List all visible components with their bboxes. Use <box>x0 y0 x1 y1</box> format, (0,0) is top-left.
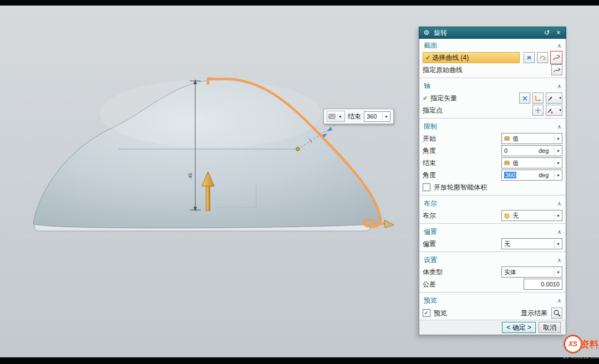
specify-vector-row: ✔ 指定矢量 <box>419 92 566 104</box>
preview-header-label: 预览 <box>424 296 437 305</box>
dropdown-arrow-icon: ▾ <box>559 96 561 100</box>
section-header-preview[interactable]: 预览 ∧ <box>419 294 566 306</box>
tolerance-value: 0.0010 <box>541 281 560 288</box>
end-angle-row: 角度 360 deg ▾ <box>419 169 566 181</box>
curve-select-button[interactable] <box>537 52 548 63</box>
offset-dropdown[interactable]: 无 ▾ <box>501 238 562 249</box>
watermark-url: ZL.XS1616.COM <box>564 355 599 359</box>
section-header-offset[interactable]: 偏置 ∧ <box>419 225 566 238</box>
deselect-curve-button[interactable] <box>524 52 535 63</box>
limit-option-icon <box>328 113 336 120</box>
chevron-up-icon: ∧ <box>557 229 561 235</box>
chevron-up-icon: ∧ <box>557 201 561 207</box>
dropdown-arrow-icon: ▾ <box>554 147 562 155</box>
vector-dialog-button[interactable] <box>532 93 544 104</box>
end-row: 结束 值 ▾ <box>419 157 566 169</box>
deselect-vector-button[interactable] <box>519 93 530 104</box>
section-header-label: 截面 <box>424 41 437 50</box>
boolean-value: 无 <box>510 212 554 220</box>
dropdown-arrow-icon: ▾ <box>554 159 562 167</box>
check-icon: ✔ <box>423 95 428 102</box>
start-type-value: 值 <box>510 135 554 143</box>
section-header-section[interactable]: 截面 ∧ <box>419 39 566 52</box>
end-type-dropdown[interactable]: 值 ▾ <box>501 157 562 168</box>
ok-button[interactable]: < 确定 > <box>502 322 536 333</box>
show-result-button[interactable] <box>551 307 562 319</box>
chevron-up-icon: ∧ <box>557 83 561 89</box>
body-type-label: 体类型 <box>423 268 443 277</box>
boolean-row: 布尔 无 ▾ <box>419 209 566 222</box>
dialog-body: 截面 ∧ ✔ 选择曲线 (4) <box>419 39 566 335</box>
chevron-up-icon: ∧ <box>557 124 561 130</box>
tolerance-label: 公差 <box>423 280 436 289</box>
limits-header-label: 限制 <box>424 122 437 131</box>
section-header-axis[interactable]: 轴 ∧ <box>419 80 566 92</box>
vector-axes-icon <box>535 95 541 101</box>
chevron-up-icon: ∧ <box>557 43 561 49</box>
dialog-footer: < 确定 > 取消 <box>419 320 566 335</box>
point-constructor-button[interactable]: ▾ <box>546 105 562 116</box>
watermark-row: XS 资料网 <box>564 335 599 353</box>
end-angle-unit: deg <box>539 172 554 178</box>
revolve-dialog: ⚙ 旋转 ↺ × 截面 ∧ ✔ 选择曲线 (4) <box>419 27 566 335</box>
section-header-settings[interactable]: 设置 ∧ <box>419 254 566 266</box>
separator <box>419 223 566 224</box>
select-curve-row: ✔ 选择曲线 (4) <box>419 52 566 64</box>
dome-highlight <box>100 79 322 148</box>
axis-origin-handle[interactable] <box>296 147 300 151</box>
start-angle-row: 角度 0 deg ▾ <box>419 145 566 157</box>
dialog-titlebar[interactable]: ⚙ 旋转 ↺ × <box>419 27 566 39</box>
preview-label: 预览 <box>434 309 447 318</box>
magnifier-icon <box>553 309 561 317</box>
specify-vector-label: 指定矢量 <box>430 94 457 103</box>
separator <box>419 292 566 293</box>
select-curve-label: 选择曲线 (4) <box>432 53 469 63</box>
open-profile-row: 开放轮廓智能体积 <box>419 181 566 193</box>
open-profile-checkbox[interactable] <box>423 183 430 191</box>
end-angle-dropdown[interactable]: 360 ▾ <box>364 111 390 122</box>
section-header-boolean[interactable]: 布尔 ∧ <box>419 197 566 209</box>
section-header-limits[interactable]: 限制 ∧ <box>419 120 566 132</box>
vector-constructor-button[interactable]: ▾ <box>546 93 562 104</box>
cancel-button[interactable]: 取消 <box>539 322 561 333</box>
origin-curve-label: 指定原始曲线 <box>423 65 463 75</box>
curve-rule-button[interactable] <box>550 51 562 64</box>
tolerance-row: 公差 0.0010 <box>419 278 566 290</box>
origin-curve-button[interactable] <box>551 64 562 75</box>
body-type-dropdown[interactable]: 实体 ▾ <box>501 266 562 278</box>
measure-icon <box>504 135 510 142</box>
close-button[interactable]: × <box>554 29 563 37</box>
preview-checkbox[interactable]: ✓ <box>423 309 430 317</box>
settings-header-label: 设置 <box>424 255 437 265</box>
start-angle-field[interactable]: 0 deg ▾ <box>501 145 562 156</box>
start-type-dropdown[interactable]: 值 ▾ <box>501 133 562 144</box>
reset-button[interactable]: ↺ <box>542 29 551 37</box>
point-dialog-button[interactable] <box>532 105 544 116</box>
separator <box>419 195 566 196</box>
offset-value: 无 <box>502 240 554 248</box>
preview-row: ✓ 预览 显示结果 <box>419 306 566 320</box>
offset-header-label: 偏置 <box>424 227 437 237</box>
end-label: 结束 <box>423 158 436 168</box>
tolerance-input[interactable]: 0.0010 <box>524 279 562 290</box>
select-curve-field[interactable]: ✔ 选择曲线 (4) <box>423 52 520 63</box>
boolean-none-icon <box>504 212 510 219</box>
specify-point-row: 指定点 ▾ <box>419 104 566 116</box>
separator <box>419 78 566 78</box>
direction-arrow-shaft[interactable] <box>206 185 210 211</box>
show-result-label: 显示结果 <box>521 309 547 318</box>
boolean-dropdown[interactable]: 无 ▾ <box>501 210 562 221</box>
letterbox-bottom <box>0 357 599 364</box>
letterbox-top <box>0 0 599 6</box>
point-constructor-icon <box>547 107 553 114</box>
point-icon <box>535 107 541 114</box>
dropdown-arrow-icon: ▾ <box>337 114 343 119</box>
dropdown-arrow-icon: ▾ <box>554 240 562 248</box>
gear-icon: ⚙ <box>422 29 431 37</box>
profile-end-arrow-icon[interactable] <box>384 220 394 228</box>
end-angle-field[interactable]: 360 deg ▾ <box>501 170 562 181</box>
open-profile-label: 开放轮廓智能体积 <box>434 183 487 192</box>
origin-curve-row: 指定原始曲线 <box>419 64 566 76</box>
limit-option-button[interactable]: ▾ <box>327 111 345 122</box>
separator <box>419 118 566 119</box>
